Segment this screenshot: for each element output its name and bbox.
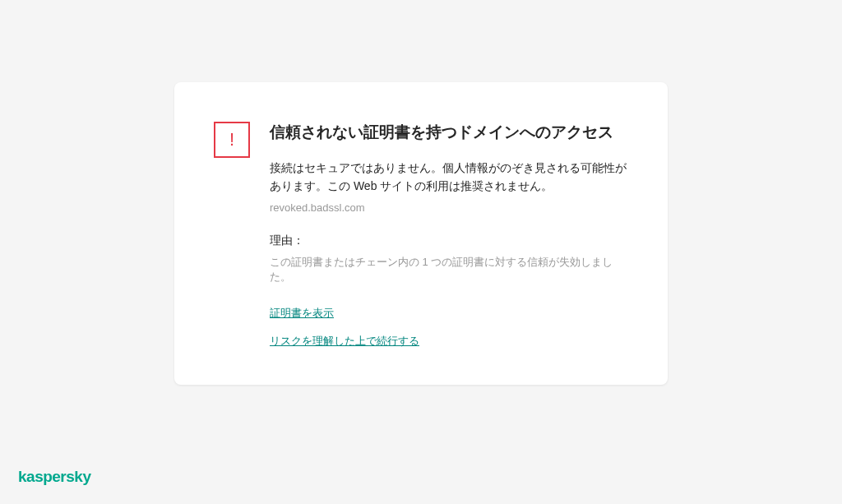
card-content: ! 信頼されない証明書を持つドメインへのアクセス 接続はセキュアではありません。… xyxy=(214,122,628,349)
text-content: 信頼されない証明書を持つドメインへのアクセス 接続はセキュアではありません。個人… xyxy=(270,122,628,349)
domain-text: revoked.badssl.com xyxy=(270,201,628,214)
warning-description: 接続はセキュアではありません。個人情報がのぞき見される可能性があります。この W… xyxy=(270,159,628,196)
warning-icon: ! xyxy=(214,122,250,158)
reason-text: この証明書またはチェーン内の 1 つの証明書に対する信頼が失効しました。 xyxy=(270,255,628,284)
warning-title: 信頼されない証明書を持つドメインへのアクセス xyxy=(270,122,628,144)
warning-card: ! 信頼されない証明書を持つドメインへのアクセス 接続はセキュアではありません。… xyxy=(174,82,668,385)
brand-logo: kaspersky xyxy=(18,468,90,486)
reason-label: 理由： xyxy=(270,234,628,248)
show-certificate-link[interactable]: 証明書を表示 xyxy=(270,306,628,321)
continue-anyway-link[interactable]: リスクを理解した上で続行する xyxy=(270,334,628,349)
exclamation-icon: ! xyxy=(229,131,234,149)
